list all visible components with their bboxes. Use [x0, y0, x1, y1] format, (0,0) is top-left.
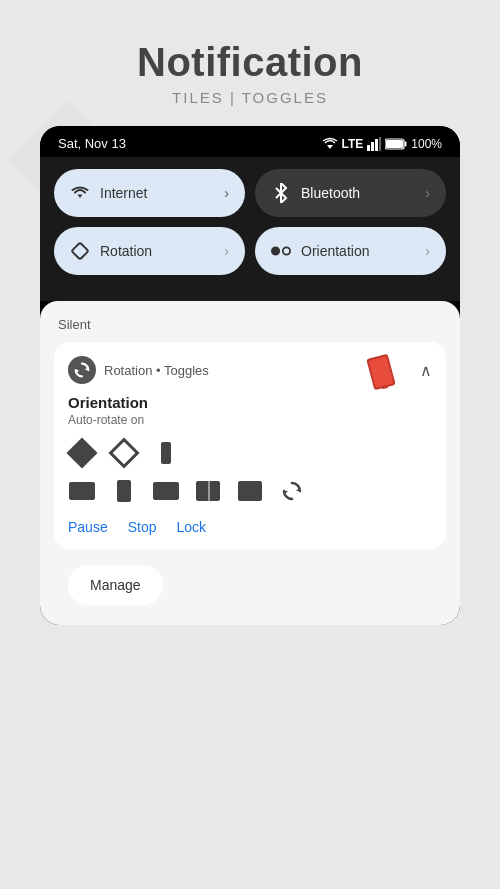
- tile-bluetooth-chevron: ›: [425, 185, 430, 201]
- orient-icon-diamond-filled[interactable]: [68, 439, 96, 467]
- svg-rect-1: [367, 145, 370, 151]
- orient-icon-diamond-outline[interactable]: [110, 439, 138, 467]
- svg-rect-7: [386, 140, 403, 148]
- pause-button[interactable]: Pause: [68, 519, 108, 535]
- screen-icons-row: [68, 477, 432, 505]
- tile-bluetooth-label: Bluetooth: [301, 185, 360, 201]
- notif-app-name: Rotation • Toggles: [104, 363, 209, 378]
- status-bar: Sat, Nov 13 LTE 100%: [40, 126, 460, 157]
- svg-rect-2: [371, 142, 374, 151]
- stop-button[interactable]: Stop: [128, 519, 157, 535]
- tile-internet-chevron: ›: [224, 185, 229, 201]
- screen-icon-landscape2[interactable]: [152, 477, 180, 505]
- tile-rotation-label: Rotation: [100, 243, 152, 259]
- manage-button[interactable]: Manage: [68, 565, 163, 605]
- screen-icon-rotate[interactable]: [278, 477, 306, 505]
- svg-rect-4: [379, 137, 381, 151]
- svg-rect-6: [405, 141, 407, 146]
- battery-icon: [385, 138, 407, 150]
- tiles-row-1: Internet › Bluetooth ›: [54, 169, 446, 217]
- bluetooth-tile-icon: [271, 183, 291, 203]
- screen-icon-split[interactable]: [194, 477, 222, 505]
- notif-app-icon: [68, 356, 96, 384]
- wifi-tile-icon: [70, 183, 90, 203]
- tiles-row-2: Rotation › Orientation ›: [54, 227, 446, 275]
- svg-marker-8: [78, 195, 83, 199]
- svg-rect-9: [72, 243, 89, 260]
- notif-expand-button[interactable]: ∧: [420, 361, 432, 380]
- orient-icons-row-1: [68, 439, 432, 467]
- tile-internet[interactable]: Internet ›: [54, 169, 245, 217]
- battery-label: 100%: [411, 137, 442, 151]
- wifi-icon: [322, 137, 338, 151]
- page-header: Notification TILES | TOGGLES: [0, 0, 500, 126]
- notif-title: Orientation: [68, 394, 432, 411]
- signal-icon: [367, 137, 381, 151]
- tile-orientation-label: Orientation: [301, 243, 369, 259]
- screen-icon-fold[interactable]: [236, 477, 264, 505]
- lte-label: LTE: [342, 137, 364, 151]
- manage-area: Manage: [54, 549, 446, 605]
- status-icons: LTE 100%: [322, 137, 442, 151]
- svg-rect-16: [369, 356, 394, 388]
- notification-area: Silent Rotation • Toggles: [40, 301, 460, 625]
- tile-orientation-chevron: ›: [425, 243, 430, 259]
- quick-tiles: Internet › Bluetooth ›: [40, 157, 460, 301]
- phone-frame: Sat, Nov 13 LTE 100%: [40, 126, 460, 625]
- tile-orientation[interactable]: Orientation ›: [255, 227, 446, 275]
- notif-actions: Pause Stop Lock: [68, 519, 432, 535]
- svg-point-11: [272, 247, 279, 254]
- svg-rect-3: [375, 139, 378, 151]
- tile-rotation-left: Rotation: [70, 241, 152, 261]
- tile-orientation-left: Orientation: [271, 241, 369, 261]
- screen-icon-landscape[interactable]: [68, 477, 96, 505]
- notif-header-left: Rotation • Toggles: [68, 356, 209, 384]
- section-label: Silent: [54, 317, 446, 332]
- svg-marker-0: [327, 145, 333, 149]
- tile-bluetooth[interactable]: Bluetooth ›: [255, 169, 446, 217]
- tile-rotation[interactable]: Rotation ›: [54, 227, 245, 275]
- orient-icon-rect-tall[interactable]: [152, 439, 180, 467]
- notif-subtitle: Auto-rotate on: [68, 413, 432, 427]
- notif-rotation-graphic: [362, 352, 400, 396]
- notif-header: Rotation • Toggles ∧: [68, 356, 432, 384]
- status-time: Sat, Nov 13: [58, 136, 126, 151]
- tile-rotation-chevron: ›: [224, 243, 229, 259]
- rotation-tile-icon: [70, 241, 90, 261]
- orientation-tile-icon: [271, 241, 291, 261]
- svg-point-12: [283, 247, 290, 254]
- screen-icon-portrait[interactable]: [110, 477, 138, 505]
- tile-bluetooth-left: Bluetooth: [271, 183, 360, 203]
- tile-internet-left: Internet: [70, 183, 147, 203]
- lock-button[interactable]: Lock: [177, 519, 207, 535]
- notification-card: Rotation • Toggles ∧ Orientation Auto-ro…: [54, 342, 446, 549]
- tile-internet-label: Internet: [100, 185, 147, 201]
